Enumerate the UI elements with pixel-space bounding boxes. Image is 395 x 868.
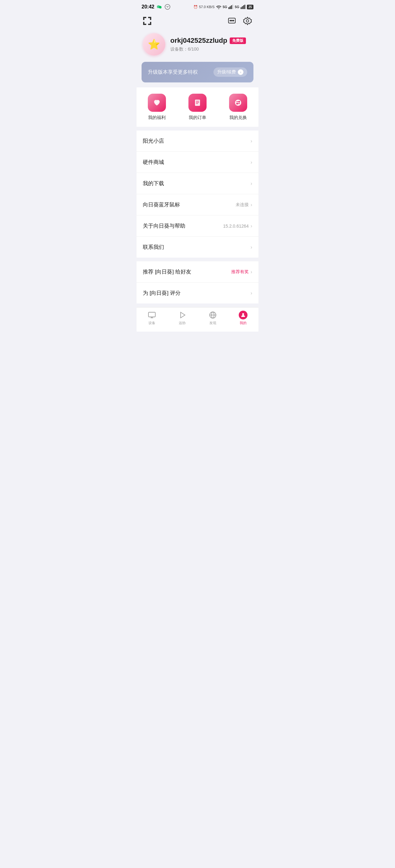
svg-point-20 <box>231 20 232 21</box>
svg-point-36 <box>242 313 244 315</box>
svg-rect-6 <box>241 7 242 9</box>
menu-right-rate-app: › <box>251 290 252 296</box>
menu-right-hardware-mall: › <box>251 160 252 165</box>
profile-devices: 设备数：6/100 <box>170 46 252 52</box>
menu-label-about-help: 关于向日葵与帮助 <box>143 222 185 229</box>
menu-right-my-downloads: › <box>251 181 252 186</box>
svg-rect-29 <box>148 312 155 317</box>
menu-label-sunshine-shop: 阳光小店 <box>143 137 164 145</box>
menu-label-bluetooth-mouse: 向日葵蓝牙鼠标 <box>143 201 180 208</box>
devices-max: 100 <box>192 46 199 52</box>
tab-devices-label: 设备 <box>148 321 155 326</box>
upgrade-arrow-icon: › <box>238 69 244 75</box>
status-bar: 20:42 ⏰ 57.0 KB/S 5G <box>137 0 258 12</box>
menu-right-contact-us: › <box>251 245 252 250</box>
upgrade-banner[interactable]: 升级版本享受更多特权 升级/续费 › <box>142 62 253 83</box>
svg-rect-13 <box>150 17 151 20</box>
svg-marker-32 <box>180 312 185 318</box>
tab-remote[interactable]: 远协 <box>167 311 198 326</box>
menu-right-bluetooth-mouse: 未连接 › <box>236 202 252 208</box>
tab-discover[interactable]: 发现 <box>198 311 228 326</box>
tab-devices[interactable]: 设备 <box>137 311 167 326</box>
svg-rect-3 <box>230 6 231 9</box>
svg-rect-4 <box>231 5 232 9</box>
svg-point-28 <box>235 100 241 106</box>
username-text: orkj042525zzludp <box>170 36 227 45</box>
chevron-icon-2: › <box>251 160 252 165</box>
svg-rect-11 <box>143 17 144 20</box>
svg-rect-5 <box>232 5 233 9</box>
wechat-icon <box>156 4 163 10</box>
message-button[interactable] <box>226 15 238 27</box>
version-text: 15.2.0.61264 <box>223 223 249 228</box>
signal-icon <box>228 5 233 9</box>
welfare-action[interactable]: 我的福利 <box>137 94 177 121</box>
svg-rect-17 <box>150 22 151 25</box>
settings-button[interactable] <box>242 15 253 27</box>
menu-item-hardware-mall[interactable]: 硬件商城 › <box>137 152 258 173</box>
mine-tab-icon <box>239 311 248 319</box>
menu-item-rate-app[interactable]: 为 [向日葵] 评分 › <box>137 283 258 304</box>
orders-icon <box>189 94 206 112</box>
profile-info: orkj042525zzludp 免费版 设备数：6/100 <box>170 36 252 52</box>
welfare-icon <box>148 94 166 112</box>
menu-item-about-help[interactable]: 关于向日葵与帮助 15.2.0.61264 › <box>137 215 258 237</box>
battery-icon: 25 <box>247 5 253 9</box>
tab-remote-label: 远协 <box>179 321 186 326</box>
upgrade-button-label: 升级/续费 <box>217 69 236 75</box>
menu-item-contact-us[interactable]: 联系我们 › <box>137 237 258 257</box>
svg-rect-24 <box>195 100 200 106</box>
app-icon-2 <box>164 4 171 10</box>
menu-right-recommend-friend: 推荐有奖 › <box>231 269 252 275</box>
menu-label-contact-us: 联系我们 <box>143 244 164 251</box>
menu-item-my-downloads[interactable]: 我的下载 › <box>137 173 258 194</box>
menu-item-sunshine-shop[interactable]: 阳光小店 › <box>137 130 258 152</box>
devices-label: 设备数： <box>170 46 188 52</box>
chevron-icon-8: › <box>251 290 252 296</box>
welfare-label: 我的福利 <box>148 115 166 121</box>
exchange-action[interactable]: 我的兑换 <box>218 94 258 121</box>
svg-rect-2 <box>228 7 229 9</box>
upgrade-text: 升级版本享受更多特权 <box>148 69 198 75</box>
svg-point-21 <box>233 20 234 21</box>
svg-rect-7 <box>242 6 243 9</box>
devices-tab-icon <box>147 311 156 319</box>
tab-mine[interactable]: 我的 <box>228 311 259 326</box>
svg-point-1 <box>218 8 219 9</box>
chevron-icon-5: › <box>251 223 252 229</box>
svg-point-19 <box>230 20 231 21</box>
remote-tab-icon <box>178 311 187 319</box>
svg-marker-22 <box>244 17 252 25</box>
menu-item-recommend-friend[interactable]: 推荐 [向日葵] 给好友 推荐有奖 › <box>137 261 258 283</box>
svg-rect-15 <box>143 22 144 25</box>
upgrade-button[interactable]: 升级/续费 › <box>214 67 247 77</box>
menu-label-my-downloads: 我的下载 <box>143 180 164 187</box>
main-menu-section: 阳光小店 › 硬件商城 › 我的下载 › 向日葵蓝牙鼠标 未连接 › 关于向日葵… <box>137 130 258 257</box>
5g-badge-2: 5G <box>235 5 239 9</box>
status-time: 20:42 <box>142 4 154 10</box>
menu-item-bluetooth-mouse[interactable]: 向日葵蓝牙鼠标 未连接 › <box>137 194 258 215</box>
tab-mine-label: 我的 <box>240 321 247 326</box>
menu-right-about-help: 15.2.0.61264 › <box>223 223 252 229</box>
recommend-reward-text: 推荐有奖 <box>231 269 249 275</box>
exchange-label: 我的兑换 <box>229 115 247 121</box>
exchange-icon <box>229 94 247 112</box>
tab-discover-label: 发现 <box>209 321 216 326</box>
discover-tab-icon <box>208 311 217 319</box>
svg-point-23 <box>246 20 249 22</box>
5g-badge: 5G <box>223 5 227 9</box>
recommend-section: 推荐 [向日葵] 给好友 推荐有奖 › 为 [向日葵] 评分 › <box>137 261 258 304</box>
disconnected-text: 未连接 <box>236 202 249 208</box>
mine-avatar <box>239 311 248 319</box>
profile-username: orkj042525zzludp 免费版 <box>170 36 252 45</box>
orders-action[interactable]: 我的订单 <box>177 94 218 121</box>
menu-label-rate-app: 为 [向日葵] 评分 <box>143 289 180 297</box>
chevron-icon-7: › <box>251 269 252 275</box>
bottom-nav: 设备 远协 发现 我的 <box>137 307 258 332</box>
devices-current: 6 <box>188 46 190 52</box>
avatar: ⭐ <box>143 33 165 56</box>
menu-right-sunshine-shop: › <box>251 138 252 144</box>
scan-button[interactable] <box>142 15 153 27</box>
quick-actions: 我的福利 我的订单 我的兑换 <box>137 87 258 127</box>
speed-text: 57.0 KB/S <box>199 5 215 9</box>
